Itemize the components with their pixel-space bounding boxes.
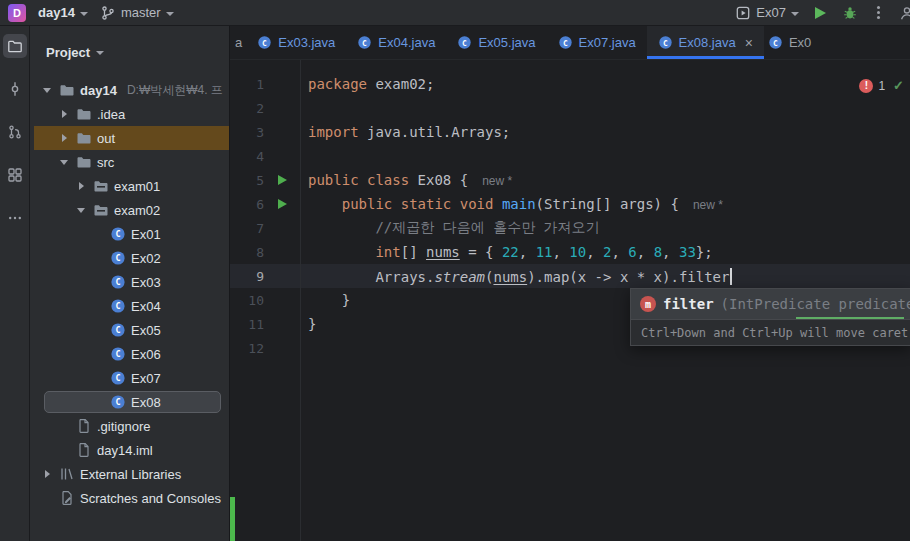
tab-ex05-java[interactable]: CEx05.java	[446, 26, 546, 59]
run-button[interactable]	[815, 7, 826, 19]
editor-column: aCEx03.javaCEx04.javaCEx05.javaCEx07.jav…	[230, 26, 910, 541]
tree-item-label: day14.iml	[97, 443, 153, 458]
close-tab-icon[interactable]: ×	[745, 36, 753, 50]
tab-a[interactable]: a	[231, 26, 246, 59]
inspections-widget[interactable]: ! 1 ✓	[859, 78, 904, 93]
more-tool-button[interactable]	[3, 206, 27, 230]
tree-item-out[interactable]: out	[30, 126, 229, 150]
branch-icon	[100, 5, 116, 21]
editor[interactable]: 1package exam02;23import java.util.Array…	[230, 60, 910, 541]
tree-item-ex02[interactable]: CEx02	[30, 246, 229, 270]
tree-item-ex04[interactable]: CEx04	[30, 294, 229, 318]
commit-tool-button[interactable]	[3, 77, 27, 101]
run-line-button[interactable]	[278, 199, 287, 209]
tree-item-ex05[interactable]: CEx05	[30, 318, 229, 342]
run-config-selector[interactable]: Ex07	[735, 5, 799, 21]
java-class-icon: C	[257, 35, 272, 50]
code-line-1[interactable]: 1package exam02;	[230, 72, 910, 96]
tree-item-label: Ex05	[131, 323, 161, 338]
tab-ex07-java[interactable]: CEx07.java	[547, 26, 647, 59]
code-line-5[interactable]: 5public class Ex08 {new *	[230, 168, 910, 192]
svg-text:C: C	[115, 253, 120, 263]
java-class-icon: C	[768, 35, 783, 50]
chevron-right-icon[interactable]	[57, 134, 71, 142]
svg-text:C: C	[773, 39, 778, 48]
tree-item-src[interactable]: src	[30, 150, 229, 174]
tree-item-label: out	[97, 131, 115, 146]
code-line-8[interactable]: 8 int[] nums = { 22, 11, 10, 2, 6, 8, 33…	[230, 240, 910, 264]
code-line-3[interactable]: 3import java.util.Arrays;	[230, 120, 910, 144]
svg-text:C: C	[563, 39, 568, 48]
tree-item-label: Ex04	[131, 299, 161, 314]
tab-ex0[interactable]: CEx0	[764, 26, 815, 59]
titlebar: D day14 master Ex07	[0, 0, 910, 26]
structure-tool-button[interactable]	[3, 163, 27, 187]
tab-ex08-java[interactable]: CEx08.java×	[647, 26, 764, 59]
project-tree: day14D:₩박세현₩4. 프.ideaoutsrcexam01exam02C…	[30, 78, 229, 541]
tab-label: Ex05.java	[478, 35, 535, 50]
code-line-6[interactable]: 6 public static void main(String[] args)…	[230, 192, 910, 216]
class-icon: C	[110, 370, 126, 386]
tree-item-gitignore[interactable]: .gitignore	[30, 414, 229, 438]
line-number: 12	[230, 341, 264, 356]
tree-item-external-libraries[interactable]: External Libraries	[30, 462, 229, 486]
chevron-right-icon[interactable]	[74, 182, 88, 190]
code-token	[308, 244, 375, 260]
code-line-7[interactable]: 7 //제곱한 다음에 홀수만 가져오기	[230, 216, 910, 240]
chevron-down-icon[interactable]	[40, 88, 54, 93]
tree-item-label: Ex06	[131, 347, 161, 362]
tab-ex03-java[interactable]: CEx03.java	[246, 26, 346, 59]
chevron-right-icon[interactable]	[40, 470, 54, 478]
completion-item-filter[interactable]: m filter (IntPredicate predicate)	[631, 289, 910, 319]
gutter: 6	[230, 192, 300, 216]
tree-item-label: Ex03	[131, 275, 161, 290]
chevron-right-icon[interactable]	[57, 110, 71, 118]
code-line-9[interactable]: 9 Arrays.stream(nums).map(x -> x * x).fi…	[230, 264, 910, 288]
tree-item-exam01[interactable]: exam01	[30, 174, 229, 198]
chevron-down-icon	[166, 12, 174, 16]
code-token: 22	[502, 244, 519, 260]
tree-item-day14-iml[interactable]: day14.iml	[30, 438, 229, 462]
line-number: 7	[230, 221, 264, 236]
svg-text:C: C	[115, 325, 120, 335]
svg-text:C: C	[115, 277, 120, 287]
code-token: stream	[434, 269, 485, 285]
tab-label: Ex0	[789, 35, 811, 50]
project-switcher[interactable]: day14	[38, 5, 88, 20]
more-options-icon[interactable]	[877, 11, 880, 14]
code-token: ,	[586, 244, 603, 260]
code-line-4[interactable]: 4	[230, 144, 910, 168]
code-line-2[interactable]: 2	[230, 96, 910, 120]
run-config-icon	[735, 5, 751, 21]
run-line-button[interactable]	[278, 175, 287, 185]
pull-request-tool-button[interactable]	[3, 120, 27, 144]
debug-button[interactable]	[842, 5, 858, 21]
project-panel-header[interactable]: Project	[30, 26, 229, 78]
svg-text:C: C	[115, 373, 120, 383]
tree-item-ex06[interactable]: CEx06	[30, 342, 229, 366]
tree-item-exam02[interactable]: exam02	[30, 198, 229, 222]
code-text: }	[300, 292, 350, 308]
tree-item-ex07[interactable]: CEx07	[30, 366, 229, 390]
tree-item-day14[interactable]: day14D:₩박세현₩4. 프	[30, 78, 229, 102]
tree-item-idea[interactable]: .idea	[30, 102, 229, 126]
gutter: 1	[230, 72, 300, 96]
folder-icon	[76, 106, 92, 122]
code-token: exam02;	[367, 76, 434, 92]
avatar[interactable]	[899, 5, 910, 21]
tree-item-ex08[interactable]: CEx08	[30, 390, 229, 414]
project-folder-tool-button[interactable]	[3, 34, 27, 58]
gutter: 7	[230, 216, 300, 240]
tree-item-ex01[interactable]: CEx01	[30, 222, 229, 246]
code-token: ,	[637, 244, 654, 260]
chevron-down-icon[interactable]	[74, 208, 88, 213]
completion-hint: Ctrl+Down and Ctrl+Up will move caret do…	[631, 319, 910, 345]
text-caret	[730, 268, 732, 285]
tree-item-ex03[interactable]: CEx03	[30, 270, 229, 294]
tab-ex04-java[interactable]: CEx04.java	[346, 26, 446, 59]
branch-name: master	[121, 5, 161, 20]
code-token: Ex08 {	[409, 172, 468, 188]
tree-item-scratches-and-consoles[interactable]: Scratches and Consoles	[30, 486, 229, 510]
branch-switcher[interactable]: master	[100, 5, 174, 21]
chevron-down-icon[interactable]	[57, 160, 71, 165]
